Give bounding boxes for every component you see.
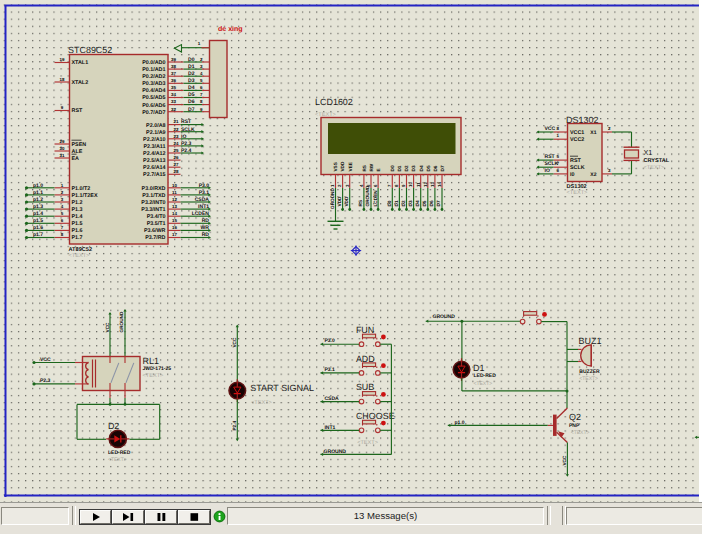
svg-text:P3.1/TXD: P3.1/TXD	[142, 193, 165, 199]
svg-text:<TEXT>: <TEXT>	[579, 376, 598, 382]
svg-text:RD: RD	[202, 232, 210, 238]
svg-text:VCC1: VCC1	[570, 130, 584, 136]
svg-text:JWD-171-25: JWD-171-25	[143, 366, 172, 372]
svg-text:P1.3: P1.3	[72, 207, 83, 213]
svg-text:11: 11	[172, 190, 177, 195]
svg-text:D5: D5	[426, 165, 431, 171]
svg-text:SCLK: SCLK	[181, 127, 195, 133]
svg-text:24: 24	[174, 141, 179, 146]
svg-text:P1.1/T2EX: P1.1/T2EX	[72, 193, 98, 199]
svg-text:25: 25	[174, 148, 179, 153]
svg-text:FUN: FUN	[356, 325, 374, 335]
svg-text:<TEXT>: <TEXT>	[567, 190, 588, 196]
svg-text:SCLK: SCLK	[570, 165, 585, 171]
svg-text:RS: RS	[358, 200, 363, 207]
svg-text:<TEXT>: <TEXT>	[474, 381, 493, 387]
svg-text:D7: D7	[440, 165, 445, 171]
svg-text:P3.1: P3.1	[324, 367, 335, 373]
svg-text:33: 33	[171, 99, 176, 104]
svg-text:de xing: de xing	[218, 25, 243, 33]
svg-text:P2.3: P2.3	[40, 378, 51, 384]
svg-text:22: 22	[174, 127, 179, 132]
svg-text:RD: RD	[202, 218, 210, 224]
svg-text:D1: D1	[397, 165, 402, 171]
svg-text:P2.7/A15: P2.7/A15	[143, 172, 165, 178]
svg-text:<TEXT>: <TEXT>	[69, 253, 90, 259]
svg-text:19: 19	[60, 57, 65, 62]
svg-text:D4: D4	[415, 200, 420, 206]
svg-text:P2.4: P2.4	[181, 148, 192, 154]
svg-text:SCLK: SCLK	[545, 161, 559, 167]
svg-text:p1.6: p1.6	[33, 225, 43, 231]
svg-text:BUZZER: BUZZER	[579, 369, 600, 375]
svg-text:17: 17	[172, 232, 177, 237]
svg-text:PSEN: PSEN	[72, 142, 87, 148]
svg-text:<TEXT>: <TEXT>	[571, 430, 590, 436]
svg-text:P1.6: P1.6	[72, 228, 83, 234]
svg-text:30: 30	[60, 146, 65, 151]
svg-text:LED-RED: LED-RED	[108, 450, 131, 456]
svg-text:PNP: PNP	[569, 423, 580, 429]
svg-text:D6: D6	[433, 165, 438, 171]
svg-text:p1.3: p1.3	[33, 204, 43, 210]
svg-text:p1.0: p1.0	[33, 183, 43, 189]
svg-text:P2.1/A9: P2.1/A9	[146, 130, 165, 136]
svg-text:X1: X1	[644, 148, 653, 157]
svg-text:12: 12	[423, 182, 428, 187]
svg-text:14: 14	[172, 211, 177, 216]
svg-text:13: 13	[430, 182, 435, 187]
svg-text:D2: D2	[108, 421, 119, 431]
svg-text:10: 10	[172, 183, 177, 188]
svg-text:P0.1/AD1: P0.1/AD1	[142, 67, 165, 73]
svg-text:VCC: VCC	[562, 455, 567, 466]
svg-text:CSDA: CSDA	[324, 396, 339, 402]
svg-text:X1: X1	[590, 130, 596, 136]
svg-text:P3.2/INT0: P3.2/INT0	[141, 200, 165, 206]
svg-text:GROUND: GROUND	[433, 314, 456, 320]
svg-text:<TEXT>: <TEXT>	[108, 457, 127, 463]
svg-text:D1: D1	[473, 363, 484, 373]
svg-text:P0.3/AD3: P0.3/AD3	[142, 81, 165, 87]
svg-text:P1.4: P1.4	[72, 214, 83, 220]
svg-text:D7: D7	[436, 200, 441, 206]
svg-text:28: 28	[174, 169, 179, 174]
svg-text:P3.0: P3.0	[324, 338, 335, 344]
svg-text:D3: D3	[411, 165, 416, 171]
svg-text:P3.0: P3.0	[199, 183, 210, 189]
svg-text:26: 26	[174, 155, 179, 160]
svg-text:VCC: VCC	[232, 337, 237, 348]
svg-text:31: 31	[60, 153, 65, 158]
svg-text:GROUND: GROUND	[119, 311, 124, 332]
svg-text:37: 37	[171, 71, 176, 76]
svg-text:p1.1: p1.1	[33, 190, 43, 196]
svg-text:P2.6/A14: P2.6/A14	[143, 165, 165, 171]
svg-text:VCC: VCC	[545, 126, 556, 132]
svg-text:D4: D4	[419, 165, 424, 171]
svg-text:VCC2: VCC2	[570, 137, 584, 143]
svg-text:RW: RW	[369, 163, 374, 171]
svg-text:VCC: VCC	[40, 357, 51, 363]
svg-text:P0.7/AD7: P0.7/AD7	[142, 110, 165, 116]
svg-text:P3.4/T0: P3.4/T0	[147, 214, 166, 220]
svg-text:START SIGNAL: START SIGNAL	[250, 383, 314, 393]
svg-text:D6: D6	[429, 200, 434, 206]
svg-text:p1.4: p1.4	[33, 211, 43, 217]
svg-text:P1.2: P1.2	[72, 200, 83, 206]
svg-text:RST: RST	[72, 108, 83, 114]
svg-text:35: 35	[171, 85, 176, 90]
svg-text:18: 18	[60, 77, 65, 82]
svg-text:<TEXT>: <TEXT>	[143, 373, 164, 379]
svg-text:11: 11	[416, 182, 421, 187]
svg-text:VDD: VDD	[337, 196, 342, 207]
svg-text:13: 13	[172, 204, 177, 209]
svg-text:VDD: VDD	[344, 196, 349, 207]
svg-text:P1.5: P1.5	[72, 221, 83, 227]
svg-text:STC89C52: STC89C52	[68, 45, 112, 55]
svg-text:RS: RS	[362, 165, 367, 172]
svg-text:D2: D2	[188, 71, 195, 77]
svg-text:p1.5: p1.5	[33, 218, 43, 224]
svg-text:D0: D0	[390, 165, 395, 171]
svg-text:p1.0: p1.0	[454, 420, 464, 426]
svg-text:CHOOSE: CHOOSE	[356, 411, 395, 421]
svg-text:EA: EA	[72, 156, 80, 162]
